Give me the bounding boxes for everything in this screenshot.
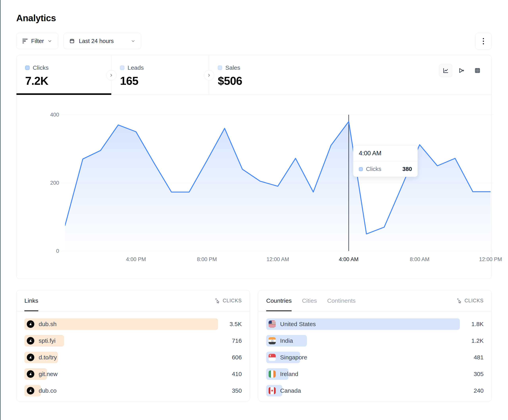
tooltip-time: 4:00 AM xyxy=(353,145,418,161)
country-row[interactable]: Canada240 xyxy=(266,385,484,396)
cursor-click-icon xyxy=(457,298,462,304)
row-value: 1.8K xyxy=(460,321,484,327)
row-label: United States xyxy=(280,321,316,327)
line-chart-icon xyxy=(442,67,449,74)
chevron-down-icon xyxy=(131,39,135,43)
sg-flag-icon xyxy=(269,354,276,361)
row-content: d.to/try xyxy=(24,352,218,363)
clicks-tab-label: Clicks xyxy=(33,64,49,71)
country-row[interactable]: India1.2K xyxy=(266,335,484,347)
row-label: spti.fyi xyxy=(39,337,56,344)
link-row[interactable]: git.new410 xyxy=(24,368,242,380)
row-value: 410 xyxy=(218,371,242,377)
x-axis-tick: 8:00 AM xyxy=(410,256,429,262)
cursor-click-icon xyxy=(215,298,220,304)
x-axis-tick: 12:00 AM xyxy=(266,256,289,262)
links-metric-header[interactable]: CLICKS xyxy=(215,298,242,304)
bar-track: United States xyxy=(266,318,460,330)
tab-sales[interactable]: Sales $506 xyxy=(209,55,308,95)
row-value: 1.2K xyxy=(460,337,484,344)
countries-metric-header-label: CLICKS xyxy=(464,298,484,304)
bar-track: spti.fyi xyxy=(24,335,218,347)
countries-tab-countries[interactable]: Countries xyxy=(266,290,291,311)
more-options-button[interactable] xyxy=(475,33,492,50)
leads-tab-value: 165 xyxy=(120,74,209,87)
row-content: dub.sh xyxy=(24,318,218,330)
tab-clicks[interactable]: Clicks 7.2K xyxy=(16,55,111,95)
x-axis: 4:00 PM8:00 PM12:00 AM4:00 AM8:00 AM12:0… xyxy=(65,256,491,264)
links-panel-tabs: Links xyxy=(24,290,38,311)
bar-track: India xyxy=(266,335,460,347)
tab-leads[interactable]: Leads 165 xyxy=(111,55,209,95)
countries-metric-header[interactable]: CLICKS xyxy=(457,298,484,304)
clicks-series-plot[interactable] xyxy=(65,115,491,251)
table-view-button[interactable] xyxy=(471,64,484,77)
analytics-page: Analytics Filter Last 24 hours Clicks xyxy=(0,0,508,401)
tab-expand-clicks-button[interactable] xyxy=(106,70,116,80)
country-row[interactable]: Ireland305 xyxy=(266,368,484,380)
dub-logo-icon xyxy=(27,354,34,361)
row-label: d.to/try xyxy=(39,354,57,361)
table-grid-icon xyxy=(474,67,481,74)
bar-track: Singapore xyxy=(266,352,460,363)
date-range-button[interactable]: Last 24 hours xyxy=(63,33,141,49)
link-row[interactable]: dub.sh3.5K xyxy=(24,318,242,330)
filter-button-label: Filter xyxy=(31,38,44,44)
bar-track: dub.co xyxy=(24,385,218,396)
link-row[interactable]: dub.co350 xyxy=(24,385,242,396)
us-flag-icon xyxy=(269,320,276,328)
link-row[interactable]: d.to/try606 xyxy=(24,352,242,363)
country-row[interactable]: United States1.8K xyxy=(266,318,484,330)
link-row[interactable]: spti.fyi716 xyxy=(24,335,242,347)
row-label: Singapore xyxy=(280,354,307,361)
bar-track: Canada xyxy=(266,385,460,396)
row-content: Ireland xyxy=(266,368,460,380)
in-flag-icon xyxy=(269,337,276,344)
row-content: spti.fyi xyxy=(24,335,218,347)
breakdown-panels: Links CLICKS dub.sh3.5Kspti.fyi716d.to/t… xyxy=(16,290,492,401)
x-axis-tick: 8:00 PM xyxy=(197,256,217,262)
countries-panel-tabs: CountriesCitiesContinents xyxy=(266,290,356,311)
countries-tab-cities[interactable]: Cities xyxy=(302,290,317,311)
links-tab-links[interactable]: Links xyxy=(24,290,38,311)
funnel-chart-icon xyxy=(458,67,465,74)
ie-flag-icon xyxy=(269,370,276,378)
leads-tab-label: Leads xyxy=(127,64,144,71)
bar-track: git.new xyxy=(24,368,218,380)
row-content: Canada xyxy=(266,385,460,396)
row-value: 716 xyxy=(218,337,242,344)
sales-legend-swatch-icon xyxy=(218,65,222,70)
dub-logo-icon xyxy=(27,337,34,345)
sales-tab-value: $506 xyxy=(218,74,308,87)
row-content: git.new xyxy=(24,368,218,380)
row-value: 606 xyxy=(218,354,242,361)
bar-track: d.to/try xyxy=(24,352,218,363)
bar-track: Ireland xyxy=(266,368,460,380)
country-row[interactable]: Singapore481 xyxy=(266,352,484,363)
row-label: India xyxy=(280,337,293,344)
row-content: Singapore xyxy=(266,352,460,363)
funnel-chart-view-button[interactable] xyxy=(455,64,468,77)
y-axis-tick-400: 400 xyxy=(35,112,59,118)
tooltip-value: 380 xyxy=(403,166,412,172)
dub-logo-icon xyxy=(27,387,34,394)
dub-logo-icon xyxy=(27,370,34,378)
row-label: dub.sh xyxy=(39,321,57,327)
metric-tabs: Clicks 7.2K Leads 165 Sales $506 xyxy=(16,55,492,95)
y-axis-tick-200: 200 xyxy=(35,180,59,186)
sales-tab-label: Sales xyxy=(225,64,240,71)
clicks-legend-swatch-icon xyxy=(25,65,30,70)
calendar-icon xyxy=(69,38,75,44)
x-axis-tick: 12:00 PM xyxy=(479,256,502,262)
row-label: Ireland xyxy=(280,371,298,377)
countries-tab-continents[interactable]: Continents xyxy=(327,290,355,311)
x-axis-tick: 4:00 AM xyxy=(339,256,359,262)
clicks-area-chart[interactable]: 400 200 0 4:00 PM8:00 PM12:00 AM4:00 AM8… xyxy=(16,95,492,279)
line-chart-view-button[interactable] xyxy=(439,64,452,77)
links-panel: Links CLICKS dub.sh3.5Kspti.fyi716d.to/t… xyxy=(16,290,250,401)
filter-button[interactable]: Filter xyxy=(16,33,58,49)
tab-expand-leads-button[interactable] xyxy=(204,70,214,80)
date-range-label: Last 24 hours xyxy=(79,38,114,44)
chart-tooltip: 4:00 AM Clicks 380 xyxy=(353,145,418,177)
links-panel-header: Links CLICKS xyxy=(16,290,250,311)
